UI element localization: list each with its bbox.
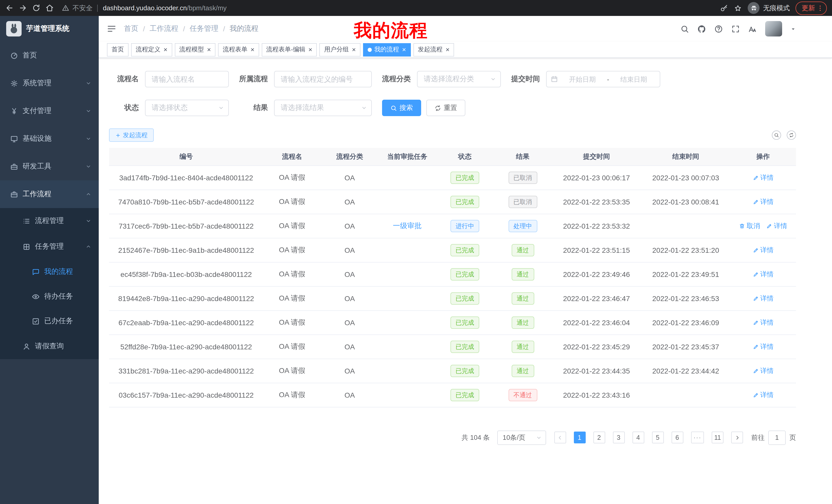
sidebar-item-todo-task[interactable]: 待办任务 <box>0 284 99 309</box>
cell-submit-time: 2022-01-22 23:43:16 <box>552 383 641 407</box>
current-task-link[interactable]: 一级审批 <box>393 221 422 229</box>
font-size-icon[interactable] <box>748 24 757 33</box>
column-header: 结果 <box>494 148 552 165</box>
sidebar-item-system[interactable]: 系统管理 <box>0 69 99 97</box>
action-detail-link[interactable]: 详情 <box>753 197 774 206</box>
goto-page-input[interactable] <box>768 430 786 445</box>
password-key-icon[interactable] <box>720 4 728 12</box>
action-detail-link[interactable]: 详情 <box>753 245 774 255</box>
action-detail-link[interactable]: 详情 <box>753 342 774 351</box>
create-process-button[interactable]: 发起流程 <box>109 129 154 142</box>
action-detail-link[interactable]: 详情 <box>753 173 774 182</box>
browser-forward-icon[interactable] <box>19 4 27 12</box>
page-button[interactable]: 4 <box>632 431 644 443</box>
tab-item[interactable]: 流程表单-编辑× <box>262 43 317 56</box>
browser-back-icon[interactable] <box>5 4 14 12</box>
breadcrumb-item[interactable]: 任务管理 <box>190 24 218 33</box>
sidebar-item-workflow[interactable]: 工作流程 <box>0 180 99 208</box>
chevron-down-icon <box>361 105 367 111</box>
action-detail-link[interactable]: 详情 <box>753 318 774 327</box>
action-detail-link[interactable]: 详情 <box>753 270 774 279</box>
page-button[interactable]: 1 <box>574 431 586 443</box>
action-detail-link[interactable]: 详情 <box>766 221 787 230</box>
avatar[interactable] <box>765 21 782 36</box>
edit-icon <box>753 368 759 374</box>
action-cancel-link[interactable]: 取消 <box>739 221 760 230</box>
breadcrumb-item[interactable]: 工作流程 <box>150 24 178 33</box>
next-page-button[interactable] <box>731 431 743 443</box>
result-select[interactable]: 请选择流结果 <box>274 100 372 116</box>
page-button[interactable]: 3 <box>613 431 625 443</box>
tab-item[interactable]: 发起流程× <box>413 43 454 56</box>
close-icon[interactable]: × <box>163 46 167 53</box>
cell-result: 通过 <box>494 310 552 334</box>
not-secure-icon[interactable] <box>62 4 70 12</box>
sidebar-item-payment[interactable]: 支付管理 <box>0 97 99 125</box>
breadcrumb-item[interactable]: 首页 <box>124 24 138 33</box>
close-icon[interactable]: × <box>207 46 211 53</box>
status-placeholder: 请选择状态 <box>152 103 188 113</box>
process-definition-input[interactable] <box>274 71 372 87</box>
tab-item[interactable]: 流程表单× <box>218 43 259 56</box>
search-button[interactable]: 搜索 <box>382 100 421 116</box>
fullscreen-icon[interactable] <box>731 24 740 33</box>
start-date-input[interactable] <box>561 75 604 83</box>
sidebar-item-process-mgmt[interactable]: 流程管理 <box>0 208 99 234</box>
tab-item[interactable]: 我的流程× <box>363 43 411 56</box>
close-icon[interactable]: × <box>402 46 406 53</box>
action-label: 详情 <box>760 197 774 206</box>
cell-submit-time: 2022-01-22 23:53:35 <box>552 190 641 214</box>
search-icon[interactable] <box>680 24 689 33</box>
category-select[interactable]: 请选择流程分类 <box>417 71 501 87</box>
page-button[interactable]: 2 <box>593 431 605 443</box>
update-chip[interactable]: 更新 <box>796 1 827 15</box>
sidebar-item-my-process[interactable]: 我的流程 <box>0 259 99 284</box>
browser-menu-icon[interactable] <box>816 4 824 11</box>
tab-item[interactable]: 流程模型× <box>175 43 215 56</box>
date-range-picker[interactable]: - <box>546 71 660 87</box>
cell-process-name: OA 请假 <box>263 165 321 190</box>
close-icon[interactable]: × <box>352 46 356 53</box>
end-date-input[interactable] <box>612 75 656 83</box>
tab-item[interactable]: 用户分组× <box>319 43 361 56</box>
avatar-caret-down-icon[interactable] <box>790 26 796 32</box>
sidebar-item-infrastructure[interactable]: 基础设施 <box>0 125 99 152</box>
status-tag: 已完成 <box>450 171 479 184</box>
close-icon[interactable]: × <box>251 46 254 53</box>
toggle-search-button[interactable] <box>772 131 781 140</box>
close-icon[interactable]: × <box>309 46 312 53</box>
sidebar-item-task-mgmt[interactable]: 任务管理 <box>0 234 99 259</box>
github-icon[interactable] <box>697 24 706 33</box>
sidebar-item-home[interactable]: 首页 <box>0 41 99 69</box>
page-button[interactable]: 5 <box>652 431 664 443</box>
tab-item[interactable]: 流程定义× <box>131 43 172 56</box>
reset-button[interactable]: 重置 <box>426 100 465 116</box>
cell-current-task <box>379 310 436 334</box>
collapse-sidebar-icon[interactable] <box>107 24 116 33</box>
status-select[interactable]: 请选择状态 <box>145 100 229 116</box>
close-icon[interactable]: × <box>446 46 449 53</box>
pagination-more-button[interactable]: ··· <box>691 431 704 443</box>
process-name-input[interactable] <box>145 71 229 87</box>
user-icon <box>23 342 30 350</box>
page-button[interactable]: 6 <box>671 431 683 443</box>
app-title: 芋道管理系统 <box>26 24 70 33</box>
bookmark-star-icon[interactable] <box>734 4 742 12</box>
browser-reload-icon[interactable] <box>32 4 41 12</box>
page-size-select[interactable]: 10条/页 <box>497 430 546 445</box>
sidebar-item-devtools[interactable]: 研发工具 <box>0 152 99 180</box>
help-icon[interactable] <box>714 24 723 33</box>
browser-home-icon[interactable] <box>45 4 54 12</box>
search-button-icon <box>390 105 397 111</box>
pagination-pages: 123456···11 <box>574 431 724 443</box>
address-bar[interactable]: 不安全 dashboard.yudao.iocoder.cn/bpm/task/… <box>62 3 720 12</box>
action-detail-link[interactable]: 详情 <box>753 390 774 399</box>
action-detail-link[interactable]: 详情 <box>753 366 774 375</box>
prev-page-button[interactable] <box>554 431 566 443</box>
sidebar-item-leave-query[interactable]: 请假查询 <box>0 333 99 359</box>
refresh-table-button[interactable] <box>787 131 796 140</box>
sidebar-item-done-task[interactable]: 已办任务 <box>0 309 99 333</box>
tab-item[interactable]: 首页 <box>107 43 129 56</box>
page-button[interactable]: 11 <box>712 431 724 443</box>
action-detail-link[interactable]: 详情 <box>753 293 774 303</box>
